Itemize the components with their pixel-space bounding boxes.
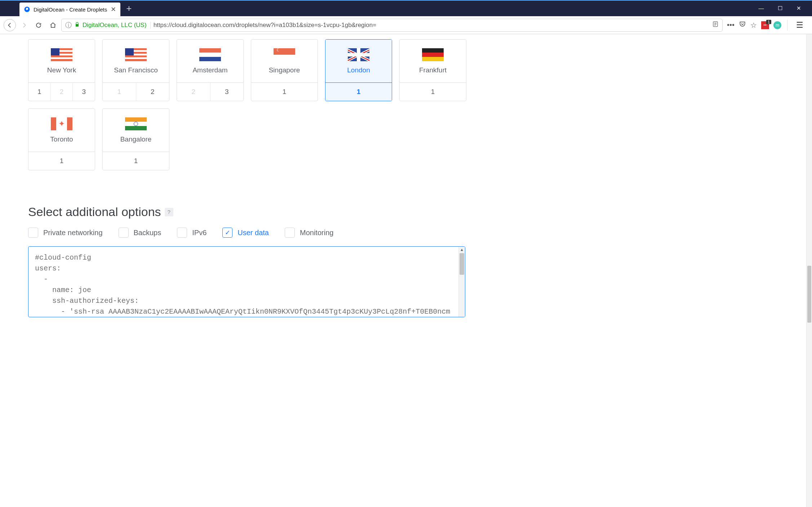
additional-options-row: Private networkingBackupsIPv6✓User dataM… — [28, 228, 806, 238]
us-flag-icon — [125, 48, 147, 61]
region-card-amsterdam[interactable]: Amsterdam23 — [177, 39, 244, 101]
window-minimize-icon[interactable]: — — [758, 5, 764, 11]
region-card-toronto[interactable]: ✦Toronto1 — [28, 108, 95, 170]
option-label: Private networking — [43, 229, 103, 237]
checkbox-icon[interactable] — [285, 228, 295, 238]
region-card-london[interactable]: London1 — [325, 39, 392, 101]
checkbox-icon[interactable] — [177, 228, 187, 238]
nav-home-button[interactable] — [47, 19, 59, 31]
datacenter-row: 1 — [400, 83, 466, 101]
de-flag-icon — [422, 48, 444, 61]
browser-tab[interactable]: DigitalOcean - Create Droplets ✕ — [19, 3, 120, 16]
datacenter-option: 2 — [51, 83, 73, 101]
region-name: San Francisco — [114, 66, 157, 74]
uk-flag-icon — [348, 48, 369, 61]
pocket-icon[interactable] — [739, 21, 746, 30]
option-label: IPv6 — [192, 229, 207, 237]
nav-forward-button[interactable] — [18, 19, 30, 31]
window-controls: — ☐ ✕ — [758, 0, 812, 16]
user-data-content[interactable]: #cloud-config users: - name: joe ssh-aut… — [28, 247, 465, 317]
section-title-text: Select additional options — [28, 205, 161, 219]
reader-mode-icon[interactable] — [712, 21, 719, 29]
datacenter-option[interactable]: 3 — [210, 83, 244, 101]
checkbox-icon[interactable] — [28, 228, 38, 238]
option-label: Monitoring — [300, 229, 333, 237]
help-icon[interactable]: ? — [165, 208, 173, 216]
region-card-top[interactable]: San Francisco — [103, 40, 169, 83]
tab-favicon-icon — [24, 6, 30, 13]
region-name: Singapore — [269, 66, 300, 74]
textarea-scrollbar[interactable]: ▲ — [458, 247, 465, 317]
user-data-textarea[interactable]: #cloud-config users: - name: joe ssh-aut… — [28, 246, 465, 317]
checkbox-icon[interactable]: ✓ — [222, 228, 232, 238]
ca-flag-icon: ✦ — [51, 117, 72, 130]
option-backups[interactable]: Backups — [119, 228, 161, 238]
lock-icon — [75, 22, 80, 28]
extension-badge-icon[interactable]: •• — [761, 21, 769, 29]
in-flag-icon — [125, 117, 147, 130]
bookmark-star-icon[interactable]: ☆ — [750, 21, 757, 30]
scroll-up-arrow-icon[interactable]: ▲ — [459, 247, 465, 252]
ev-certificate-name[interactable]: DigitalOcean, LLC (US) — [83, 22, 151, 29]
region-name: Toronto — [50, 135, 73, 143]
datacenter-option[interactable]: 1 — [251, 83, 318, 101]
datacenter-option[interactable]: 3 — [73, 83, 95, 101]
page-scrollbar[interactable] — [806, 34, 812, 507]
url-text: https://cloud.digitalocean.com/droplets/… — [154, 22, 709, 29]
textarea-scroll-thumb[interactable] — [460, 253, 464, 275]
datacenter-option[interactable]: 1 — [103, 152, 169, 170]
region-card-bangalore[interactable]: Bangalore1 — [102, 108, 169, 170]
datacenter-row: 1 — [325, 83, 392, 101]
nl-flag-icon — [199, 48, 221, 61]
datacenter-row: 1 — [103, 152, 169, 170]
tab-close-icon[interactable]: ✕ — [111, 5, 116, 13]
nav-reload-button[interactable] — [32, 19, 45, 31]
region-card-top[interactable]: Singapore — [251, 40, 318, 83]
section-title-additional-options: Select additional options ? — [28, 205, 806, 219]
datacenter-option[interactable]: 1 — [28, 83, 51, 101]
option-monitoring[interactable]: Monitoring — [285, 228, 333, 238]
datacenter-row: 1 — [251, 83, 318, 101]
region-card-top[interactable]: London — [325, 40, 392, 83]
page-actions-icon[interactable]: ••• — [727, 21, 735, 29]
region-card-top[interactable]: New York — [28, 40, 95, 83]
region-card-frankfurt[interactable]: Frankfurt1 — [399, 39, 466, 101]
url-bar[interactable]: ⓘ DigitalOcean, LLC (US) https://cloud.d… — [61, 19, 723, 32]
region-card-top[interactable]: Amsterdam — [177, 40, 243, 83]
datacenter-option[interactable]: 1 — [28, 152, 95, 170]
nav-back-button[interactable] — [4, 19, 16, 31]
region-grid: New York123San Francisco12Amsterdam23Sin… — [28, 39, 475, 170]
datacenter-option: 1 — [103, 83, 136, 101]
datacenter-option[interactable]: 1 — [400, 83, 466, 101]
datacenter-row: 23 — [177, 83, 243, 101]
new-tab-button[interactable]: + — [126, 3, 132, 14]
tab-title: DigitalOcean - Create Droplets — [34, 6, 107, 13]
window-close-icon[interactable]: ✕ — [795, 5, 802, 12]
region-card-new-york[interactable]: New York123 — [28, 39, 95, 101]
sg-flag-icon — [274, 48, 295, 61]
region-name: New York — [47, 66, 76, 74]
datacenter-option[interactable]: 1 — [325, 83, 392, 101]
option-private-networking[interactable]: Private networking — [28, 228, 103, 238]
site-info-icon[interactable]: ⓘ — [65, 21, 72, 30]
checkbox-icon[interactable] — [119, 228, 129, 238]
region-name: London — [347, 66, 370, 74]
browser-toolbar: ⓘ DigitalOcean, LLC (US) https://cloud.d… — [0, 16, 812, 34]
app-menu-icon[interactable]: ☰ — [793, 21, 806, 30]
window-maximize-icon[interactable]: ☐ — [777, 5, 783, 12]
region-card-top[interactable]: ✦Toronto — [28, 109, 95, 152]
titlebar-accent — [0, 0, 812, 1]
region-card-singapore[interactable]: Singapore1 — [251, 39, 318, 101]
region-card-san-francisco[interactable]: San Francisco12 — [102, 39, 169, 101]
region-name: Frankfurt — [419, 66, 447, 74]
datacenter-row: 1 — [28, 152, 95, 170]
region-card-top[interactable]: Frankfurt — [400, 40, 466, 83]
option-user-data[interactable]: ✓User data — [222, 228, 269, 238]
toolbar-separator — [787, 20, 787, 31]
profile-avatar[interactable]: m — [773, 21, 781, 29]
page-scroll-thumb[interactable] — [807, 266, 811, 323]
datacenter-row: 12 — [103, 83, 169, 101]
region-card-top[interactable]: Bangalore — [103, 109, 169, 152]
option-ipv6[interactable]: IPv6 — [177, 228, 207, 238]
datacenter-option[interactable]: 2 — [136, 83, 169, 101]
